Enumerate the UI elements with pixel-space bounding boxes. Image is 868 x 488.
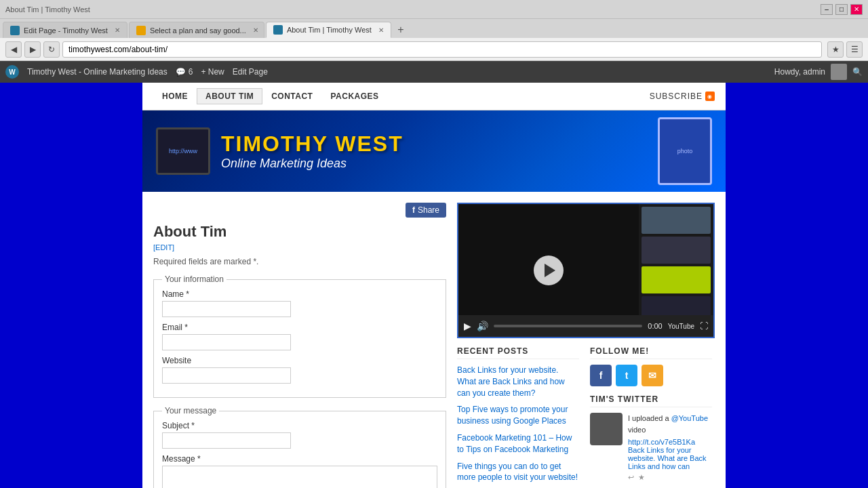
nav-icons: ★ ☰ bbox=[827, 41, 863, 58]
banner-photo: photo bbox=[658, 117, 712, 185]
tweet-url-suffix: Back Links for your website. What are Ba… bbox=[628, 446, 707, 470]
banner-monitor-icon: http://www bbox=[156, 127, 210, 175]
message-textarea[interactable] bbox=[162, 466, 437, 488]
tab-close-2[interactable]: ✕ bbox=[253, 26, 258, 34]
new-tab-button[interactable]: + bbox=[393, 22, 409, 38]
settings-button[interactable]: ☰ bbox=[846, 41, 863, 58]
bookmark-button[interactable]: ★ bbox=[827, 41, 844, 58]
minimize-button[interactable]: – bbox=[821, 4, 833, 15]
facebook-social-icon[interactable]: f bbox=[590, 365, 612, 386]
video-thumb-1[interactable] bbox=[642, 207, 711, 234]
main-content: f Share About Tim [EDIT] Required fields… bbox=[142, 192, 726, 488]
banner-left: http://www TIMOTHY WEST Online Marketing… bbox=[156, 127, 403, 175]
website-label: Website bbox=[162, 356, 437, 365]
post-link-1[interactable]: Back Links for your website. What are Ba… bbox=[457, 365, 579, 399]
your-info-legend: Your information bbox=[162, 274, 226, 284]
site-nav: HOME ABOUT TIM CONTACT PACKAGES SUBSCRIB… bbox=[142, 83, 726, 110]
twitter-title: Tim's Twitter bbox=[590, 394, 712, 407]
email-input[interactable] bbox=[162, 334, 291, 350]
subject-input[interactable] bbox=[162, 432, 291, 449]
video-controls: ▶ 🔊 0:00 YouTube ⛶ bbox=[458, 315, 713, 337]
banner-subtitle: Online Marketing Ideas bbox=[221, 157, 403, 171]
message-label: Message * bbox=[162, 454, 437, 464]
video-volume-btn[interactable]: 🔊 bbox=[477, 321, 488, 331]
share-button[interactable]: f Share bbox=[406, 203, 446, 218]
toolbar-comments[interactable]: 💬 6 bbox=[176, 67, 193, 77]
comments-icon: 💬 bbox=[176, 67, 186, 77]
edit-link[interactable]: [EDIT] bbox=[153, 243, 446, 251]
toolbar-new[interactable]: + New bbox=[201, 67, 224, 77]
video-time: 0:00 bbox=[648, 322, 662, 330]
your-info-fieldset: Your information Name * Email * Website bbox=[153, 274, 446, 398]
name-label: Name * bbox=[162, 289, 437, 299]
banner-text: TIMOTHY WEST Online Marketing Ideas bbox=[221, 131, 403, 171]
website-input[interactable] bbox=[162, 367, 291, 384]
recent-posts-title: Recent Posts bbox=[457, 346, 579, 359]
toolbar-site-name[interactable]: Timothy West - Online Marketing Ideas bbox=[27, 67, 167, 77]
back-button[interactable]: ◀ bbox=[5, 41, 22, 58]
wp-toolbar: W Timothy West - Online Marketing Ideas … bbox=[0, 61, 868, 83]
tweet-actions: ↩ ★ bbox=[628, 473, 712, 482]
tweet-text-1: I uploaded a bbox=[628, 414, 671, 422]
page-title: About Tim bbox=[153, 223, 446, 241]
post-link-2[interactable]: Top Five ways to promote your business u… bbox=[457, 404, 579, 427]
youtube-logo: YouTube bbox=[668, 323, 694, 330]
toolbar-right: Howdy, admin 🔍 bbox=[774, 64, 863, 80]
title-bar: About Tim | Timothy West – □ ✕ bbox=[0, 0, 868, 19]
video-container: ▶ 🔊 0:00 YouTube ⛶ bbox=[457, 203, 715, 338]
address-bar[interactable] bbox=[62, 41, 822, 58]
play-button[interactable] bbox=[534, 256, 564, 285]
tweet-text: I uploaded a @YouTube video bbox=[628, 413, 712, 435]
follow-section: Follow Me! f t ✉ bbox=[590, 346, 712, 386]
reload-button[interactable]: ↻ bbox=[43, 41, 60, 58]
page-wrapper: HOME ABOUT TIM CONTACT PACKAGES SUBSCRIB… bbox=[0, 83, 868, 488]
subject-label: Subject * bbox=[162, 421, 437, 430]
fullscreen-button[interactable]: ⛶ bbox=[700, 321, 708, 331]
twitter-social-icon[interactable]: t bbox=[616, 365, 637, 386]
left-column: f Share About Tim [EDIT] Required fields… bbox=[153, 203, 446, 488]
name-input[interactable] bbox=[162, 301, 291, 317]
video-play-btn[interactable]: ▶ bbox=[464, 321, 471, 331]
your-message-fieldset: Your message Subject * Message * bbox=[153, 406, 446, 488]
wp-logo[interactable]: W bbox=[5, 65, 19, 79]
video-thumb-2[interactable] bbox=[642, 237, 711, 264]
tab-edit-page[interactable]: Edit Page - Timothy West ✕ bbox=[3, 22, 127, 38]
tab-close-3[interactable]: ✕ bbox=[378, 26, 384, 34]
recent-posts-section: Recent Posts Back Links for your website… bbox=[457, 338, 579, 488]
sidebar-content: Recent Posts Back Links for your website… bbox=[457, 338, 715, 488]
subscribe-label: SUBSCRIBE bbox=[650, 92, 703, 101]
nav-about-tim[interactable]: ABOUT TIM bbox=[197, 88, 262, 104]
nav-home[interactable]: HOME bbox=[153, 88, 197, 104]
nav-menu: HOME ABOUT TIM CONTACT PACKAGES bbox=[153, 88, 388, 104]
site-container: HOME ABOUT TIM CONTACT PACKAGES SUBSCRIB… bbox=[142, 83, 726, 488]
site-banner: http://www TIMOTHY WEST Online Marketing… bbox=[142, 110, 726, 192]
subscribe-section: SUBSCRIBE ◉ bbox=[650, 92, 715, 101]
post-link-4[interactable]: Five things you can do to get more peopl… bbox=[457, 461, 579, 484]
close-button[interactable]: ✕ bbox=[850, 4, 863, 15]
post-link-3[interactable]: Facebook Marketing 101 – How to Tips on … bbox=[457, 432, 579, 455]
tweet-star-icon[interactable]: ★ bbox=[638, 473, 645, 482]
tweet-url-link[interactable]: http://t.co/v7e5B1Ka Back Links for your… bbox=[628, 438, 712, 470]
tab-about-tim[interactable]: About Tim | Timothy West ✕ bbox=[266, 22, 391, 38]
tweet-youtube-link[interactable]: @YouTube bbox=[671, 414, 708, 422]
video-progress[interactable] bbox=[494, 325, 642, 327]
nav-packages[interactable]: PACKAGES bbox=[321, 88, 387, 104]
nav-contact[interactable]: CONTACT bbox=[262, 88, 321, 104]
video-thumb-3[interactable] bbox=[642, 266, 711, 293]
title-text: About Tim | Timothy West bbox=[5, 5, 90, 14]
tweet-avatar bbox=[590, 413, 623, 445]
toolbar-howdy: Howdy, admin bbox=[774, 67, 825, 77]
banner-title: TIMOTHY WEST bbox=[221, 131, 403, 157]
tweet-reply-icon[interactable]: ↩ bbox=[628, 473, 634, 482]
forward-button[interactable]: ▶ bbox=[24, 41, 41, 58]
rss-icon[interactable]: ◉ bbox=[705, 92, 715, 101]
tab-select-plan[interactable]: Select a plan and say good... ✕ bbox=[129, 22, 264, 38]
maximize-button[interactable]: □ bbox=[835, 4, 848, 15]
tab-icon-a bbox=[136, 26, 146, 35]
tab-close-1[interactable]: ✕ bbox=[115, 26, 120, 34]
tweet-content: I uploaded a @YouTube video http://t.co/… bbox=[590, 413, 712, 482]
toolbar-edit-page[interactable]: Edit Page bbox=[233, 67, 268, 77]
email-social-icon[interactable]: ✉ bbox=[642, 365, 663, 386]
tab-label: Edit Page - Timothy West bbox=[24, 26, 108, 35]
search-icon[interactable]: 🔍 bbox=[852, 67, 863, 77]
